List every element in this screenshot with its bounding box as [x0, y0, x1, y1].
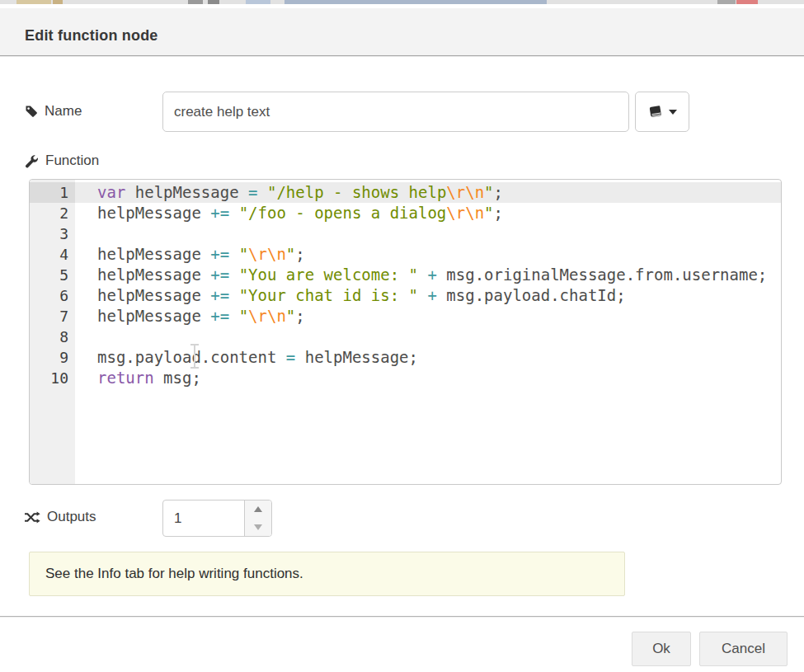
function-label: Function: [25, 153, 99, 169]
code-line: [75, 223, 781, 244]
spinner-down-button[interactable]: [245, 519, 271, 537]
editor-gutter: 12345678910: [30, 180, 75, 484]
code-editor[interactable]: 12345678910 var helpMessage = "/help - s…: [29, 179, 782, 485]
code-line: msg.payload.content = helpMessage;: [75, 347, 781, 368]
mouse-ibeam-cursor: [190, 344, 200, 369]
tag-icon: [25, 105, 38, 118]
outputs-input[interactable]: [163, 500, 242, 536]
function-label-text: Function: [45, 153, 99, 169]
wrench-icon: [25, 154, 39, 168]
chevron-down-icon: [254, 524, 262, 530]
book-icon: [648, 105, 663, 120]
code-line: return msg;: [75, 368, 781, 388]
gutter-line-number: 2: [30, 203, 75, 223]
code-line: var helpMessage = "/help - shows help\r\…: [75, 182, 781, 203]
library-button[interactable]: [635, 92, 689, 132]
info-tip-text: See the Info tab for help writing functi…: [45, 566, 303, 582]
name-label-text: Name: [45, 103, 82, 120]
gutter-line-number: 8: [30, 327, 75, 347]
gutter-line-number: 6: [30, 285, 75, 306]
ok-button[interactable]: Ok: [632, 632, 691, 666]
chevron-down-icon: [669, 110, 677, 115]
spinner-up-button[interactable]: [245, 500, 271, 519]
edit-function-dialog: Edit function node Name Function 1234567…: [0, 0, 804, 672]
outputs-spinner: [162, 500, 272, 537]
dialog-header: Edit function node: [0, 8, 804, 56]
code-line: helpMessage += "\r\n";: [75, 306, 781, 327]
info-tip: See the Info tab for help writing functi…: [29, 552, 625, 596]
gutter-line-number: 9: [30, 347, 75, 368]
footer-divider: [0, 616, 804, 617]
gutter-line-number: 7: [30, 306, 75, 327]
dialog-title: Edit function node: [25, 27, 158, 45]
code-line: [75, 327, 781, 347]
code-line: helpMessage += "You are welcome: " + msg…: [75, 265, 781, 285]
gutter-line-number: 5: [30, 265, 75, 285]
editor-code: var helpMessage = "/help - shows help\r\…: [75, 180, 781, 484]
spinner-buttons: [244, 500, 271, 536]
chevron-up-icon: [254, 506, 262, 512]
name-label: Name: [25, 103, 82, 120]
name-input[interactable]: [162, 92, 629, 132]
code-line: helpMessage += "Your chat id is: " + msg…: [75, 285, 781, 306]
outputs-label: Outputs: [25, 509, 96, 525]
shuffle-icon: [25, 511, 40, 524]
gutter-line-number: 1: [30, 182, 75, 203]
outputs-label-text: Outputs: [47, 509, 96, 525]
gutter-line-number: 4: [30, 244, 75, 265]
code-line: helpMessage += "\r\n";: [75, 244, 781, 265]
gutter-line-number: 10: [30, 368, 75, 388]
dialog: Edit function node Name Function 1234567…: [0, 4, 804, 672]
gutter-line-number: 3: [30, 223, 75, 244]
cancel-button[interactable]: Cancel: [699, 632, 788, 666]
code-line: helpMessage += "/foo - opens a dialog\r\…: [75, 203, 781, 223]
